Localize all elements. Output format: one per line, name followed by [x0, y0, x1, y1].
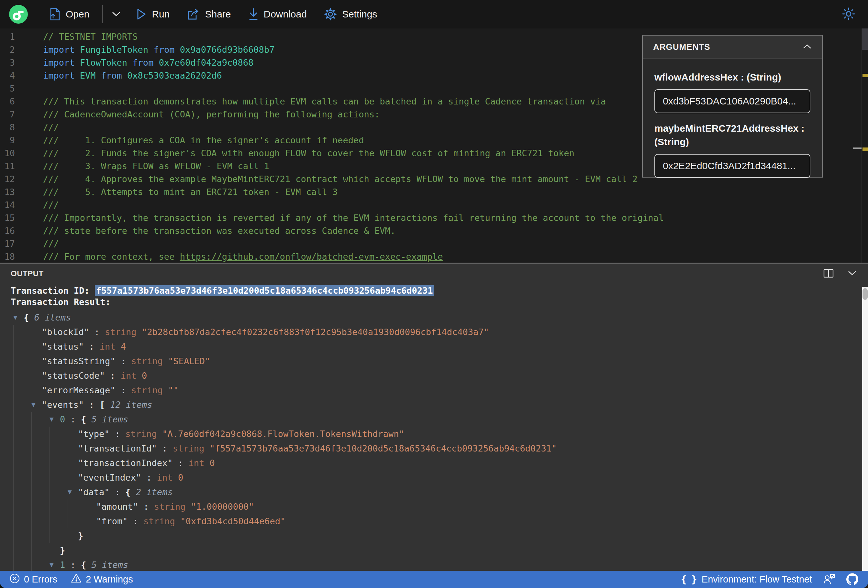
tree-collapse-toggle[interactable]: ▼: [31, 398, 42, 412]
github-icon: [846, 573, 858, 586]
split-view-button[interactable]: [823, 269, 834, 279]
open-dropdown-chevron[interactable]: [111, 11, 121, 18]
tree-token: "amount": [96, 500, 138, 514]
line-number: 7: [0, 108, 15, 121]
tree-token: :: [110, 485, 125, 500]
code-link[interactable]: https://github.com/onflow/batched-evm-ex…: [180, 252, 443, 262]
code-token: from: [132, 57, 159, 68]
tree-token: :: [110, 427, 125, 441]
tree-token: :: [128, 514, 144, 529]
maybe-mint-erc721-address-input[interactable]: [654, 154, 810, 178]
tree-token: 0: [142, 368, 147, 383]
code-line: 16/// state before the transaction was e…: [0, 224, 868, 237]
code-text: /// 4. Approves the example MaybeMintERC…: [43, 173, 638, 186]
environment-label: Environment: Flow Testnet: [702, 574, 812, 585]
line-number: 14: [0, 199, 15, 212]
indent-guide: [31, 427, 50, 441]
tree-collapse-toggle[interactable]: ▼: [68, 485, 78, 500]
json-tree-row: "transactionId" : string "f557a1573b76aa…: [13, 441, 862, 456]
json-tree-row: "statusCode" : int 0: [13, 368, 862, 383]
run-button[interactable]: Run: [137, 9, 170, 20]
output-scrollbar[interactable]: [862, 287, 868, 571]
tree-token: "2b28cbfb87da2cfec4f0232c6f883f0f12c95b3…: [142, 325, 489, 339]
tree-token: 0: [60, 412, 65, 427]
line-number: 5: [0, 82, 15, 95]
transaction-result-label: Transaction Result:: [11, 296, 862, 308]
indent-guide: [31, 485, 50, 500]
feedback-button[interactable]: [823, 573, 835, 585]
tree-token: 4: [121, 339, 126, 354]
share-icon: [187, 8, 199, 21]
warnings-status[interactable]: 2 Warnings: [71, 573, 133, 585]
errors-count-label: 0 Errors: [24, 574, 57, 585]
line-number: 13: [0, 186, 15, 199]
code-text: /// For more context, see https://github…: [43, 251, 443, 262]
theme-toggle-button[interactable]: [841, 7, 856, 22]
indent-guide: [13, 500, 31, 514]
code-text: import EVM from 0x8c5303eaa26202d6: [43, 69, 222, 82]
line-number: 9: [0, 134, 15, 147]
tree-collapse-toggle[interactable]: ▼: [50, 558, 60, 571]
output-scrollbar-thumb[interactable]: [862, 288, 868, 300]
json-tree-row: "status" : int 4: [13, 339, 862, 354]
indent-guide: [50, 500, 68, 514]
indent-guide: [31, 558, 50, 571]
code-text: /// Importantly, the transaction is reve…: [43, 212, 664, 224]
errors-status[interactable]: 0 Errors: [10, 573, 57, 586]
line-number: 17: [0, 237, 15, 251]
tree-token: "statusCode": [42, 368, 105, 383]
settings-label: Settings: [342, 9, 377, 20]
wflow-address-input[interactable]: [654, 89, 810, 113]
editor-scrollbar[interactable]: [862, 28, 868, 262]
download-button[interactable]: Download: [248, 8, 307, 21]
tree-token: 6 items: [29, 310, 71, 325]
json-tree-row: ▼{ 6 items: [13, 310, 862, 325]
code-text: /// state before the transaction was exe…: [43, 224, 396, 237]
indent-guide: [13, 354, 31, 368]
status-bar: 0 Errors 2 Warnings { } Environment: Flo…: [0, 571, 868, 588]
code-token: /// 4. Approves the example MaybeMintERC…: [43, 174, 638, 184]
code-token: ///: [43, 122, 59, 132]
code-token: 0x8c5303eaa26202d6: [127, 71, 222, 81]
tree-token: string: [173, 441, 210, 456]
code-token: ///: [43, 200, 59, 210]
code-token: /// Importantly, the transaction is reve…: [43, 213, 664, 223]
json-tree-row: "errorMessage" : string "": [13, 383, 862, 398]
code-text: /// 3. Wraps FLOW as WFLOW - EVM call 1: [43, 160, 269, 173]
share-button[interactable]: Share: [187, 8, 231, 21]
code-text: /// This transaction demonstrates how mu…: [43, 95, 606, 108]
tree-collapse-toggle[interactable]: ▼: [13, 310, 24, 325]
environment-status[interactable]: { } Environment: Flow Testnet: [681, 574, 812, 585]
tree-token: "f557a1573b76aa53e73d46f3e10d200d5c18a65…: [210, 441, 557, 456]
toolbar: Open Run Share: [0, 0, 868, 28]
open-button[interactable]: Open: [49, 8, 89, 21]
code-line: 17///: [0, 237, 868, 251]
chevron-down-icon: [111, 11, 121, 18]
line-number: 18: [0, 251, 15, 262]
editor-scrollbar-thumb[interactable]: [862, 28, 868, 50]
tree-token: :: [84, 398, 100, 412]
tree-token: :: [141, 470, 157, 485]
tree-token: string: [143, 514, 180, 529]
settings-button[interactable]: Settings: [324, 8, 377, 21]
indent-guide: [31, 456, 50, 470]
tree-token: string: [125, 427, 162, 441]
output-collapse-button[interactable]: [847, 270, 857, 277]
line-number: 2: [0, 43, 15, 56]
indent-guide: [13, 485, 31, 500]
github-link[interactable]: [846, 573, 858, 586]
indent-guide: [13, 383, 31, 398]
arguments-panel-header: ARGUMENTS: [643, 35, 822, 59]
tree-token: 1: [60, 558, 65, 571]
indent-guide: [31, 412, 50, 427]
argument-label: maybeMintERC721AddressHex : (String): [654, 122, 810, 149]
json-tree-row: "type" : string "A.7e60df042a9c0868.Flow…: [13, 427, 862, 441]
tree-collapse-toggle[interactable]: ▼: [50, 412, 60, 427]
arguments-title: ARGUMENTS: [653, 42, 710, 52]
tree-token: :: [89, 325, 105, 339]
tree-token: :: [115, 354, 131, 368]
arguments-collapse-button[interactable]: [803, 44, 812, 50]
tree-token: int: [100, 339, 121, 354]
output-panel: OUTPUT Transaction ID: f557a1573b76aa53e…: [0, 264, 868, 571]
code-token: FlowToken: [80, 57, 133, 68]
